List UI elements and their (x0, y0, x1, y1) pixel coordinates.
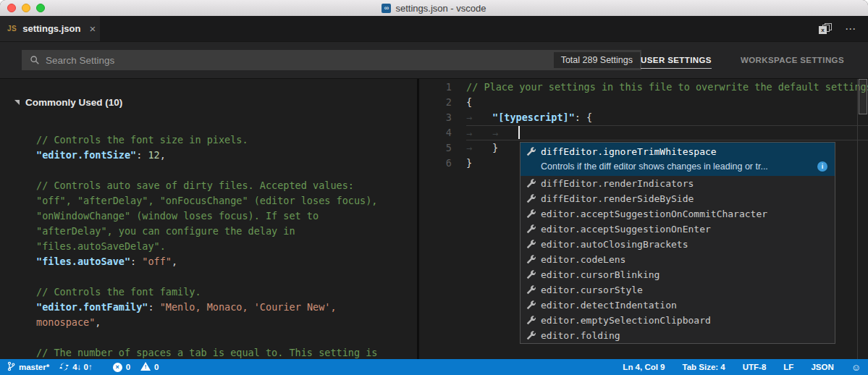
status-warnings-label: 0 (154, 363, 159, 371)
status-eol[interactable]: LF (783, 363, 793, 371)
status-sync-label: 4↓ 0↑ (72, 363, 93, 371)
zoom-window-button[interactable] (36, 4, 45, 12)
wrench-icon (526, 300, 536, 310)
total-settings-badge: Total 289 Settings (554, 52, 640, 68)
suggest-item[interactable]: editor.cursorBlinking (521, 267, 835, 282)
suggest-item[interactable]: diffEditor.renderSideBySide (521, 191, 835, 206)
line-content: } (466, 156, 472, 171)
setting-value: 12 (148, 149, 159, 161)
wrench-icon (526, 316, 536, 325)
search-placeholder: Search Settings (46, 55, 554, 66)
section-commonly-used[interactable]: Commonly Used (10) (14, 97, 122, 108)
suggest-item-label: editor.acceptSuggestionOnEnter (541, 224, 711, 235)
suggest-widget: diffEditor.ignoreTrimWhitespace Controls… (520, 142, 835, 344)
line-number: 6 (419, 156, 466, 171)
default-setting-line: "editor.fontSize": 12, (36, 148, 413, 163)
status-cursor-position[interactable]: Ln 4, Col 9 (623, 363, 665, 371)
minimize-window-button[interactable] (22, 4, 30, 12)
wrench-icon (526, 209, 536, 219)
info-icon[interactable]: i (817, 161, 827, 172)
tab-whitespace-icon: → (492, 126, 518, 141)
status-warnings[interactable]: !0 (140, 362, 159, 372)
editor-scrollbar-track[interactable] (857, 79, 868, 359)
status-sync[interactable]: 4↓ 0↑ (59, 362, 93, 373)
status-git-branch[interactable]: master* (7, 361, 49, 373)
wrench-icon (526, 224, 536, 234)
status-tab-size[interactable]: Tab Size: 4 (683, 363, 725, 371)
setting-key: "editor.fontSize" (36, 149, 136, 161)
setting-value: monospace" (36, 316, 95, 328)
suggest-item[interactable]: editor.codeLens (521, 252, 835, 267)
tab-whitespace-icon: → (466, 126, 492, 141)
suggest-item[interactable]: editor.autoClosingBrackets (521, 237, 835, 252)
status-language-mode[interactable]: JSON (811, 363, 833, 371)
suggest-item-label: editor.emptySelectionClipboard (541, 315, 711, 326)
status-encoding[interactable]: UTF-8 (743, 363, 767, 371)
search-settings-input[interactable]: Search Settings Total 289 Settings (22, 50, 641, 70)
suggest-item[interactable]: diffEditor.renderIndicators (521, 176, 835, 191)
editor-line: 4→→ (419, 125, 868, 140)
wrench-icon (526, 147, 536, 156)
code-token: "[typescript]" (492, 111, 575, 123)
setting-value: "off" (142, 256, 172, 267)
wrench-icon (526, 240, 536, 249)
default-settings-pane[interactable]: Commonly Used (10) // Controls the font … (0, 79, 417, 359)
status-bar-left: master*4↓ 0↑×0!0 (7, 361, 159, 373)
more-actions-icon[interactable]: ⋯ (845, 22, 856, 35)
tab-user-settings[interactable]: USER SETTINGS (641, 52, 712, 69)
setting-key: "files.autoSave" (36, 256, 130, 267)
search-icon (30, 55, 40, 65)
editor-split: Commonly Used (10) // Controls the font … (0, 79, 868, 359)
titlebar: ∞ settings.json - vscode (0, 0, 868, 17)
tab-bar: JS settings.json × x ⋯ (0, 16, 868, 42)
git-branch-icon (7, 361, 15, 373)
tab-workspace-settings[interactable]: WORKSPACE SETTINGS (741, 52, 844, 68)
editor-scrollbar-thumb[interactable] (859, 79, 867, 114)
vscode-window: ∞ settings.json - vscode JS settings.jso… (0, 0, 868, 375)
code-punct: , (95, 316, 101, 328)
line-number: 4 (419, 125, 466, 140)
code-punct: : (148, 301, 159, 313)
wrench-icon (526, 179, 536, 188)
suggest-item-label: editor.folding (541, 330, 620, 341)
sync-icon (59, 362, 69, 373)
close-window-button[interactable] (7, 4, 16, 12)
suggest-item-label: editor.codeLens (541, 254, 625, 265)
close-tab-icon[interactable]: × (89, 22, 96, 35)
suggest-item[interactable]: editor.acceptSuggestionOnCommitCharacter (521, 206, 835, 222)
settings-header: Search Settings Total 289 Settings USER … (0, 42, 868, 79)
code-token: { (466, 96, 472, 108)
status-tab-size-label: Tab Size: 4 (683, 363, 725, 371)
user-settings-editor[interactable]: 1// Place your settings in this file to … (419, 79, 868, 359)
status-feedback[interactable]: ☺ (851, 362, 861, 373)
line-number: 2 (419, 95, 466, 110)
editor-line: 3→"[typescript]": { (419, 110, 868, 125)
javascript-file-icon: JS (7, 25, 17, 33)
status-git-branch-label: master* (19, 363, 49, 371)
default-setting-line: // Controls the font size in pixels. (36, 132, 413, 148)
code-comment: "files.autoSaveDelay". (36, 240, 166, 252)
line-content: →→ (466, 125, 520, 140)
tab-settings-json[interactable]: JS settings.json × (0, 16, 100, 41)
error-circle-icon: × (113, 362, 122, 372)
collapse-twistie-icon[interactable] (14, 100, 20, 105)
suggest-item[interactable]: editor.acceptSuggestionOnEnter (521, 222, 835, 237)
suggest-item[interactable]: editor.cursorStyle (521, 282, 835, 298)
split-editor-icon[interactable]: x (819, 23, 832, 34)
setting-value: "Menlo, Monaco, 'Courier New', (160, 301, 337, 313)
code-punct: : (130, 256, 142, 267)
default-settings-code[interactable]: // Controls the font size in pixels."edi… (36, 132, 413, 359)
wrench-icon (526, 331, 536, 340)
suggest-item[interactable]: editor.detectIndentation (521, 298, 835, 313)
default-setting-line: monospace", (36, 315, 413, 330)
suggest-item-selected[interactable]: diffEditor.ignoreTrimWhitespace Controls… (521, 143, 835, 176)
suggest-item[interactable]: editor.folding (521, 328, 835, 343)
status-eol-label: LF (783, 363, 793, 371)
default-setting-line: "editor.fontFamily": "Menlo, Monaco, 'Co… (36, 300, 413, 315)
status-errors[interactable]: ×0 (113, 362, 130, 372)
suggest-item[interactable]: editor.emptySelectionClipboard (521, 313, 835, 328)
suggest-item-label: editor.acceptSuggestionOnCommitCharacter (541, 208, 767, 219)
code-comment: "onWindowChange" (window loses focus). I… (36, 210, 319, 222)
default-setting-line: // Controls the font family. (36, 285, 413, 300)
editor-line: 2{ (419, 95, 868, 110)
